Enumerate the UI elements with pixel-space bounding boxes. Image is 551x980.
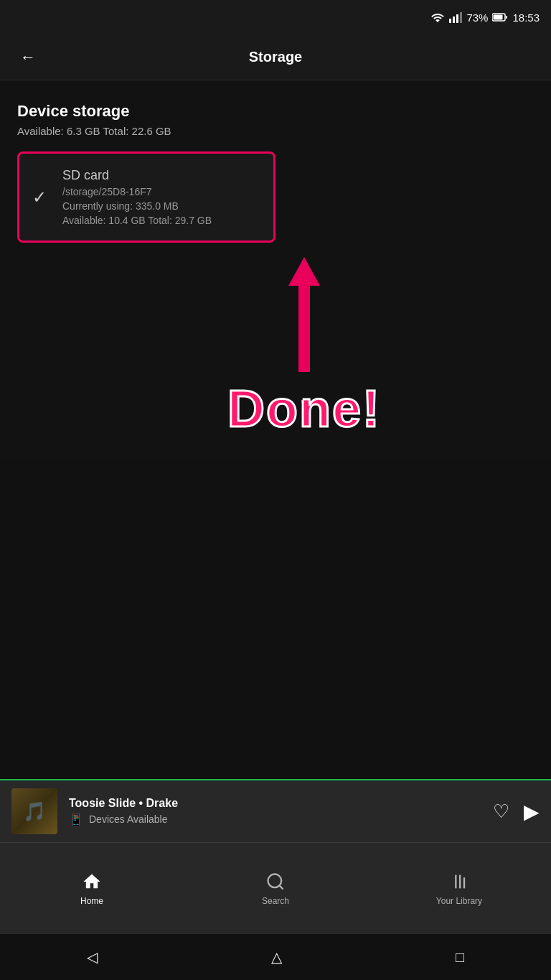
album-art: 🎵	[11, 788, 57, 834]
device-storage-label: Device storage	[17, 102, 534, 121]
now-playing-controls: ♡ ▶	[493, 800, 540, 823]
annotation-area: Done!	[17, 257, 534, 438]
sd-card-available: Available: 10.4 GB Total: 29.7 GB	[62, 215, 259, 226]
devices-label: Devices Available	[89, 813, 167, 825]
time-display: 18:53	[512, 11, 540, 24]
svg-point-7	[268, 874, 282, 887]
svg-rect-1	[453, 17, 455, 23]
now-playing-devices: 📱 Devices Available	[69, 813, 493, 826]
play-button[interactable]: ▶	[524, 800, 540, 823]
home-icon	[82, 872, 102, 892]
checkmark-icon: ✓	[32, 187, 47, 207]
status-icons: 73% 18:53	[430, 11, 540, 24]
signal-icon	[449, 11, 462, 23]
android-home-button[interactable]: △	[254, 943, 299, 971]
nav-home-label: Home	[80, 896, 103, 906]
nav-item-home[interactable]: Home	[0, 863, 184, 915]
svg-rect-6	[506, 16, 507, 19]
nav-search-label: Search	[262, 896, 289, 906]
sd-card-option[interactable]: ✓ SD card /storage/25D8-16F7 Currently u…	[17, 151, 276, 243]
page-title: Storage	[249, 49, 302, 65]
svg-rect-2	[456, 14, 458, 23]
sd-card-using: Currently using: 335.0 MB	[62, 200, 259, 212]
sd-card-path: /storage/25D8-16F7	[62, 186, 259, 197]
now-playing-bar: 🎵 Toosie Slide • Drake 📱 Devices Availab…	[0, 779, 551, 842]
svg-line-8	[279, 885, 283, 889]
library-icon	[449, 872, 469, 892]
device-storage-info: Available: 6.3 GB Total: 22.6 GB	[17, 125, 534, 137]
nav-item-library[interactable]: Your Library	[367, 863, 551, 915]
android-back-button[interactable]: ◁	[70, 943, 115, 971]
wifi-icon	[430, 11, 445, 23]
svg-rect-3	[460, 12, 462, 23]
nav-item-search[interactable]: Search	[184, 863, 367, 915]
like-button[interactable]: ♡	[493, 801, 509, 823]
back-button[interactable]: ←	[14, 42, 42, 73]
svg-rect-5	[494, 15, 503, 20]
arrow-shaft	[298, 286, 310, 372]
main-content: Device storage Available: 6.3 GB Total: …	[0, 80, 551, 459]
battery-icon	[492, 12, 508, 22]
status-bar: 73% 18:53	[0, 0, 551, 34]
top-navigation: ← Storage	[0, 34, 551, 80]
search-icon	[265, 872, 286, 892]
arrow-up-icon	[288, 257, 320, 286]
bottom-navigation: Home Search Your Library	[0, 842, 551, 934]
android-recents-button[interactable]: □	[438, 943, 481, 971]
svg-rect-0	[449, 19, 451, 23]
now-playing-title: Toosie Slide • Drake	[69, 797, 493, 810]
android-navigation: ◁ △ □	[0, 934, 551, 980]
now-playing-info: Toosie Slide • Drake 📱 Devices Available	[69, 797, 493, 826]
device-icon: 📱	[69, 813, 83, 826]
device-storage-section: Device storage Available: 6.3 GB Total: …	[17, 102, 534, 137]
battery-level: 73%	[466, 11, 488, 24]
nav-library-label: Your Library	[436, 896, 482, 906]
sd-card-title: SD card	[62, 168, 259, 183]
done-annotation: Done!	[227, 379, 381, 438]
